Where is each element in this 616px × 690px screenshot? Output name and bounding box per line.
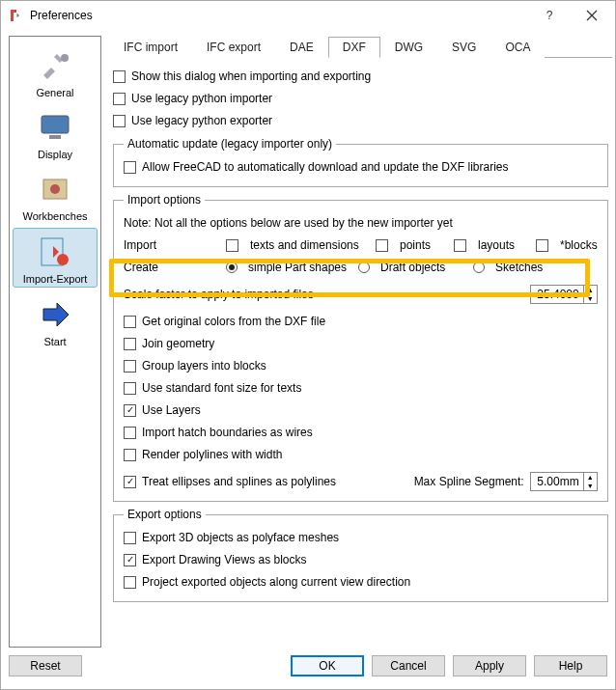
help-button[interactable]: Help — [534, 655, 607, 676]
main-panel: IFC import IFC export DAE DXF DWG SVG OC… — [109, 36, 612, 648]
workbench-icon — [32, 170, 78, 208]
group-import-options: Import options Note: Not all the options… — [113, 193, 608, 502]
check-export-3d[interactable] — [124, 532, 136, 544]
svg-point-6 — [57, 254, 69, 265]
check-points[interactable] — [376, 239, 388, 252]
scale-label: Scale factor to apply to imported files — [124, 288, 530, 301]
category-sidebar: General Display Workbenches Import-Expor… — [9, 36, 101, 648]
titlebar: Preferences ? — [1, 1, 615, 30]
import-note: Note: Not all the options below are used… — [124, 216, 453, 230]
max-spline-input[interactable]: ▲▼ — [530, 472, 598, 491]
radio-draft-objects[interactable] — [358, 262, 370, 273]
radio-simple-part[interactable] — [226, 262, 238, 273]
check-use-layers[interactable] — [124, 404, 136, 417]
tab-svg[interactable]: SVG — [437, 37, 490, 58]
window-title: Preferences — [30, 9, 528, 22]
tab-oca[interactable]: OCA — [490, 37, 545, 58]
svg-rect-1 — [42, 116, 69, 133]
tab-dwg[interactable]: DWG — [380, 37, 437, 58]
svg-point-4 — [50, 184, 60, 194]
spin-down-icon[interactable]: ▼ — [584, 482, 597, 490]
check-join-geometry[interactable] — [124, 338, 136, 350]
radio-sketches[interactable] — [473, 262, 485, 273]
check-group-layers[interactable] — [124, 360, 136, 373]
check-legacy-importer[interactable] — [113, 93, 126, 105]
tab-dae[interactable]: DAE — [275, 37, 328, 58]
check-legacy-exporter[interactable] — [113, 115, 126, 127]
help-button[interactable]: ? — [528, 1, 571, 30]
sidebar-item-general[interactable]: General — [13, 42, 98, 100]
group-export-options: Export options Export 3D objects as poly… — [113, 508, 608, 602]
svg-rect-2 — [49, 135, 61, 139]
tools-icon — [32, 46, 78, 85]
tab-bar: IFC import IFC export DAE DXF DWG SVG OC… — [109, 36, 612, 58]
check-export-drawing[interactable] — [124, 554, 136, 566]
check-texts[interactable] — [226, 239, 238, 252]
spin-down-icon[interactable]: ▼ — [584, 294, 597, 303]
scale-factor-input[interactable]: ▲▼ — [530, 285, 598, 304]
sidebar-item-start[interactable]: Start — [13, 291, 98, 349]
check-layouts[interactable] — [454, 239, 466, 252]
check-polyline-width[interactable] — [124, 449, 136, 461]
check-hatch-wires[interactable] — [124, 427, 136, 439]
cancel-button[interactable]: Cancel — [372, 655, 445, 676]
tab-dxf[interactable]: DXF — [328, 37, 380, 58]
check-original-colors[interactable] — [124, 316, 136, 328]
tab-ifc-import[interactable]: IFC import — [109, 37, 192, 58]
reset-button[interactable]: Reset — [9, 655, 82, 676]
close-button[interactable] — [571, 1, 613, 30]
sidebar-item-workbenches[interactable]: Workbenches — [13, 166, 98, 224]
check-show-dialog[interactable] — [113, 70, 126, 83]
check-starblocks[interactable] — [536, 239, 548, 252]
apply-button[interactable]: Apply — [453, 655, 526, 676]
spin-up-icon[interactable]: ▲ — [584, 286, 597, 294]
svg-point-0 — [61, 54, 69, 62]
spin-up-icon[interactable]: ▲ — [584, 473, 597, 482]
arrow-right-icon — [32, 295, 78, 334]
check-std-font[interactable] — [124, 382, 136, 395]
group-auto-update: Automatic update (legacy importer only) … — [113, 137, 608, 187]
tab-ifc-export[interactable]: IFC export — [192, 37, 275, 58]
app-icon — [9, 8, 24, 23]
monitor-icon — [32, 108, 78, 147]
ok-button[interactable]: OK — [291, 655, 364, 676]
dialog-footer: Reset OK Cancel Apply Help — [1, 648, 615, 684]
import-export-icon — [32, 233, 78, 271]
check-project-exported[interactable] — [124, 576, 136, 589]
sidebar-item-import-export[interactable]: Import-Export — [13, 228, 98, 288]
check-allow-download[interactable] — [124, 161, 136, 174]
check-ellipses[interactable] — [124, 476, 136, 488]
sidebar-item-display[interactable]: Display — [13, 104, 98, 162]
